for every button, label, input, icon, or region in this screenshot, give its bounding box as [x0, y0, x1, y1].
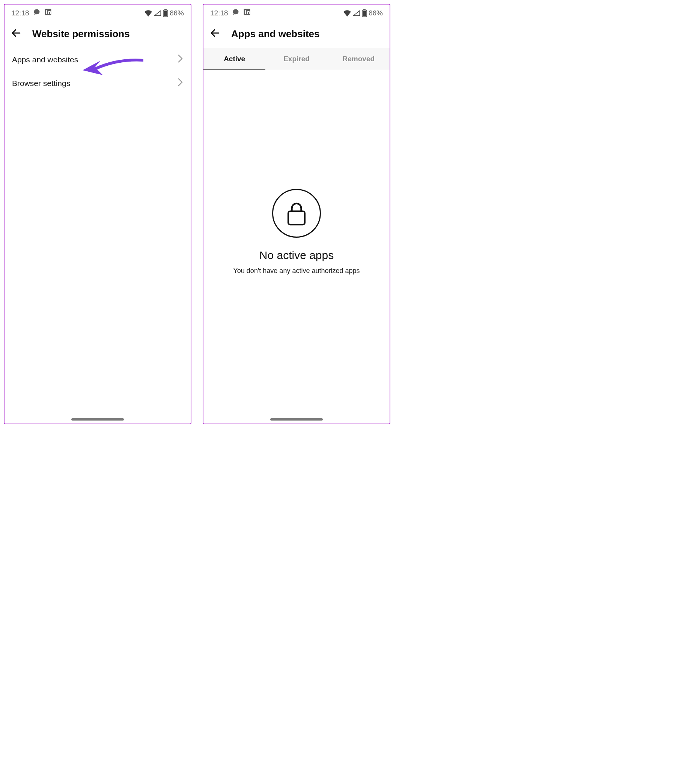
- linkedin-icon: [44, 8, 52, 18]
- empty-subtitle: You don't have any active authorized app…: [233, 267, 360, 275]
- status-time: 12:18: [210, 9, 228, 17]
- empty-title: No active apps: [259, 249, 334, 262]
- tab-active[interactable]: Active: [204, 48, 265, 70]
- wifi-icon: [343, 10, 351, 16]
- lock-icon: [272, 189, 321, 238]
- list-item-browser-settings[interactable]: Browser settings: [5, 71, 191, 95]
- battery-icon: [362, 10, 367, 17]
- nav-handle[interactable]: [270, 418, 323, 420]
- status-bar: 12:18 86%: [204, 5, 390, 19]
- svg-rect-14: [288, 211, 305, 225]
- page-header: Apps and websites: [204, 19, 390, 48]
- chevron-right-icon: [177, 55, 183, 64]
- list-item-apps-and-websites[interactable]: Apps and websites: [5, 48, 191, 71]
- svg-rect-12: [363, 11, 366, 16]
- empty-state: No active apps You don't have any active…: [204, 70, 390, 423]
- page-title: Website permissions: [32, 28, 130, 40]
- back-button[interactable]: [11, 27, 22, 40]
- tab-expired[interactable]: Expired: [265, 48, 327, 70]
- linkedin-icon: [243, 8, 251, 18]
- page-header: Website permissions: [5, 19, 191, 48]
- chat-icon: [33, 8, 40, 18]
- signal-icon: [154, 10, 161, 16]
- page-title: Apps and websites: [231, 28, 320, 40]
- chat-icon: [232, 8, 239, 18]
- chevron-right-icon: [177, 78, 183, 88]
- status-battery: 86%: [369, 9, 383, 17]
- svg-rect-8: [245, 11, 246, 14]
- svg-rect-5: [164, 11, 167, 16]
- tab-removed[interactable]: Removed: [328, 48, 390, 70]
- tab-bar: Active Expired Removed: [204, 48, 390, 70]
- phone-left: 12:18 86% Website permissions: [4, 4, 191, 424]
- list-item-label: Browser settings: [12, 79, 70, 88]
- status-bar: 12:18 86%: [5, 5, 191, 19]
- status-time: 12:18: [11, 9, 29, 17]
- wifi-icon: [144, 10, 153, 16]
- back-button[interactable]: [209, 27, 221, 40]
- battery-icon: [163, 10, 168, 17]
- status-battery: 86%: [170, 9, 184, 17]
- signal-icon: [353, 10, 360, 16]
- svg-rect-1: [46, 11, 47, 14]
- nav-handle[interactable]: [71, 418, 124, 420]
- svg-point-2: [46, 10, 47, 11]
- settings-list: Apps and websites Browser settings: [5, 48, 191, 95]
- phone-right: 12:18 86% Apps and websites: [203, 4, 390, 424]
- list-item-label: Apps and websites: [12, 55, 78, 64]
- svg-point-9: [245, 10, 246, 11]
